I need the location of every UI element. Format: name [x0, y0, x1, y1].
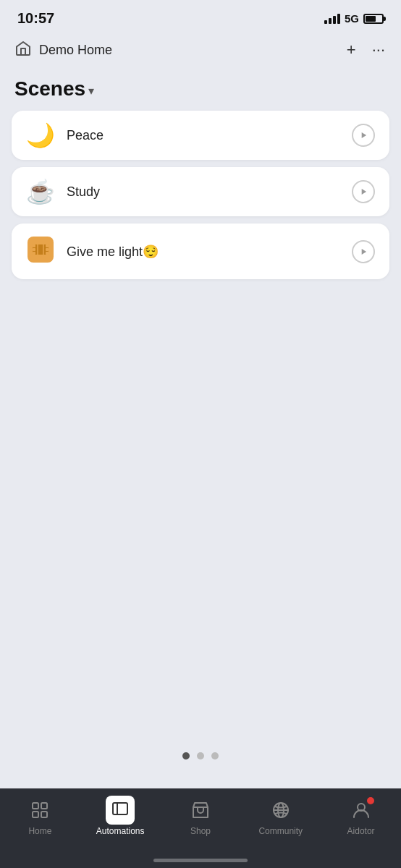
home-building-icon	[14, 40, 32, 60]
dot-3	[211, 752, 219, 760]
network-type: 5G	[345, 12, 359, 25]
svg-rect-7	[46, 248, 48, 251]
scenes-title: Scenes	[14, 77, 85, 101]
nav-icon-automations	[109, 799, 132, 822]
nav-icon-shop	[189, 799, 212, 822]
svg-rect-3	[33, 252, 35, 255]
scene-play-peace[interactable]	[352, 124, 375, 147]
svg-rect-12	[33, 812, 38, 817]
pagination-dots	[0, 723, 401, 774]
svg-rect-13	[41, 812, 47, 817]
status-time: 10:57	[17, 10, 54, 27]
nav-label-automations: Automations	[96, 826, 145, 836]
scene-play-light[interactable]	[352, 240, 375, 263]
nav-item-community[interactable]: Community	[240, 799, 321, 836]
scene-left: Give me light😌	[26, 237, 159, 266]
status-bar: 10:57 5G	[0, 0, 401, 33]
scene-name-light: Give me light😌	[67, 244, 159, 260]
nav-icon-aidotor	[350, 799, 373, 822]
scene-left: ☕ Study	[26, 180, 100, 203]
scene-name-study: Study	[67, 184, 100, 200]
aidotor-badge	[367, 797, 374, 804]
nav-label-home: Home	[28, 826, 51, 836]
scene-icon-light	[26, 237, 55, 266]
scene-card-peace: 🌙 Peace	[12, 111, 389, 160]
scene-left: 🌙 Peace	[26, 124, 104, 147]
scenes-header[interactable]: Scenes ▾	[0, 70, 401, 111]
scene-icon-study: ☕	[26, 180, 55, 203]
nav-label-aidotor: Aidotor	[347, 826, 375, 836]
nav-item-aidotor[interactable]: Aidotor	[321, 799, 401, 836]
svg-rect-5	[46, 252, 48, 255]
home-name: Demo Home	[39, 43, 112, 58]
nav-icon-home	[28, 799, 51, 822]
scenes-caret-icon: ▾	[88, 84, 94, 98]
scene-card-light: Give me light😌	[12, 224, 389, 279]
add-button[interactable]: +	[345, 41, 358, 59]
dot-1	[182, 752, 190, 760]
svg-rect-10	[33, 803, 38, 809]
scene-name-peace: Peace	[67, 128, 104, 143]
home-indicator	[153, 859, 248, 862]
scene-card-study: ☕ Study	[12, 167, 389, 216]
svg-rect-6	[33, 248, 35, 251]
bottom-nav: Home Automations Shop	[0, 788, 401, 868]
header-left: Demo Home	[14, 40, 112, 60]
nav-item-automations[interactable]: Automations	[80, 799, 161, 836]
battery-icon	[363, 14, 384, 24]
nav-icon-community	[269, 799, 292, 822]
signal-icon	[324, 14, 340, 24]
scene-play-study[interactable]	[352, 180, 375, 203]
svg-rect-4	[46, 244, 48, 247]
svg-rect-14	[113, 803, 127, 814]
nav-item-home[interactable]: Home	[0, 799, 80, 836]
svg-rect-2	[33, 244, 35, 247]
status-icons: 5G	[324, 12, 384, 25]
header: Demo Home + ···	[0, 33, 401, 70]
nav-label-shop: Shop	[190, 826, 211, 836]
scenes-list: 🌙 Peace ☕ Study	[0, 111, 401, 279]
header-actions: + ···	[345, 41, 387, 59]
dot-2	[197, 752, 204, 760]
nav-label-community: Community	[258, 826, 303, 836]
scene-icon-peace: 🌙	[26, 124, 55, 147]
nav-item-shop[interactable]: Shop	[161, 799, 241, 836]
svg-rect-11	[41, 803, 47, 809]
more-button[interactable]: ···	[371, 41, 387, 59]
